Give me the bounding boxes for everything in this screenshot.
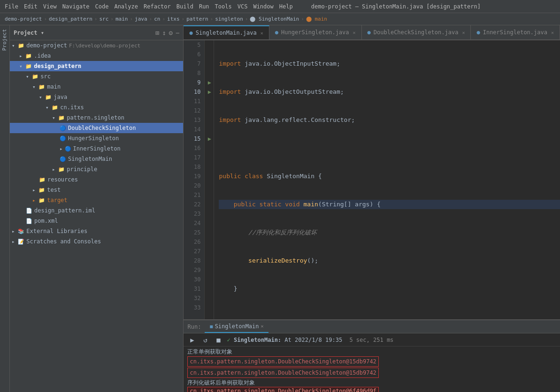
run-status-name: SingletonMain: bbox=[234, 337, 281, 343]
code-line-9: public class SingletonMain { bbox=[219, 172, 560, 181]
run-toolbar: ▶ ↺ ■ ✓ SingletonMain: At 2022/1/8 19:35… bbox=[184, 333, 560, 347]
breadcrumb-main[interactable]: main bbox=[115, 16, 128, 22]
tab-label: DoubleCheckSingleton.java bbox=[374, 29, 459, 36]
code-editor[interactable]: 5 6 7 8 9 10 11 12 13 14 15 16 17 18 19 … bbox=[184, 40, 560, 319]
run-rerun-button[interactable]: ↺ bbox=[200, 336, 210, 344]
close-panel-icon[interactable]: − bbox=[176, 29, 179, 37]
code-content[interactable]: import java.io.ObjectInputStream; import… bbox=[214, 40, 560, 319]
run-status-duration: 5 sec, 251 ms bbox=[349, 337, 393, 343]
run-status-description: At 2022/1/8 19:35 bbox=[284, 337, 342, 343]
breadcrumb-design-pattern[interactable]: design_pattern bbox=[49, 16, 92, 22]
tab-label: InnerSingleton.java bbox=[483, 29, 547, 36]
menu-code[interactable]: Code bbox=[95, 3, 109, 10]
folder-icon: ▾ 📁 bbox=[12, 43, 24, 49]
sidebar-project-label[interactable]: Project bbox=[0, 25, 8, 54]
tab-close-hunger[interactable]: ✕ bbox=[353, 30, 356, 35]
tree-item-java[interactable]: ▾ 📁 java bbox=[10, 92, 184, 102]
tree-item-inner-singleton[interactable]: ▸ 🔵 InnerSingleton bbox=[10, 143, 184, 154]
output-line-2: cn.itxs.pattern.singleton.DoubleCheckSin… bbox=[187, 356, 556, 367]
tree-item-cn-itxs[interactable]: ▾ 📁 cn.itxs bbox=[10, 102, 184, 113]
run-tab-close[interactable]: ✕ bbox=[261, 324, 264, 329]
tree-item-target[interactable]: ▸ 📁 target bbox=[10, 195, 184, 205]
code-line-14 bbox=[219, 312, 560, 319]
tree-item-demo-project[interactable]: ▾ 📁 demo-project F:\develop\demo-project bbox=[10, 40, 184, 51]
breadcrumb-pattern[interactable]: pattern bbox=[186, 16, 208, 22]
breadcrumb-java[interactable]: java bbox=[135, 16, 147, 22]
tree-item-hunger-singleton[interactable]: 🔵 HungerSingleton bbox=[10, 133, 184, 143]
menu-bar[interactable]: File Edit View Navigate Code Analyze Ref… bbox=[5, 3, 293, 10]
menu-run[interactable]: Run bbox=[199, 3, 209, 10]
tree-item-main[interactable]: ▾ 📁 main bbox=[10, 82, 184, 92]
code-line-7: import java.lang.reflect.Constructor; bbox=[219, 115, 560, 125]
menu-help[interactable]: Help bbox=[279, 3, 293, 10]
run-stop-button[interactable]: ■ bbox=[214, 336, 223, 344]
code-line-11: //序列化和反序列化破坏 bbox=[219, 228, 560, 237]
tree-item-double-check-singleton[interactable]: 🔵 DoubleCheckSingleton bbox=[10, 123, 184, 133]
code-line-6: import java.io.ObjectOutputStream; bbox=[219, 87, 560, 97]
menu-navigate[interactable]: Navigate bbox=[62, 3, 90, 10]
collapse-all-icon[interactable]: ⊞ bbox=[155, 29, 159, 37]
menu-window[interactable]: Window bbox=[253, 3, 273, 10]
run-status: ✓ SingletonMain: At 2022/1/8 19:35 5 sec… bbox=[227, 337, 393, 343]
tree-item-external-libraries[interactable]: ▸ 📚 External Libraries bbox=[10, 226, 184, 236]
tree-item-idea[interactable]: ▸ 📁 .idea bbox=[10, 51, 184, 61]
window-title: demo-project – SingletonMain.java [desig… bbox=[293, 3, 499, 10]
breadcrumb-src[interactable]: src bbox=[99, 16, 108, 22]
run-status-icon: ✓ bbox=[227, 337, 230, 343]
menu-build[interactable]: Build bbox=[176, 3, 193, 10]
code-line-10: public static void main(String[] args) { bbox=[219, 200, 560, 209]
run-tab-label: SingletonMain bbox=[215, 323, 259, 330]
breadcrumb-itxs[interactable]: itxs bbox=[167, 16, 180, 22]
run-panel: Run: ◼ SingletonMain ✕ ▶ ↺ ■ ✓ Singleton… bbox=[184, 319, 560, 392]
gutter: ▶ ▶ ▶ bbox=[205, 40, 214, 319]
output-line-4: 序列化破坏后单例获取对象 bbox=[187, 378, 556, 387]
tab-icon: ● bbox=[476, 29, 480, 36]
tree-item-design-pattern[interactable]: ▾ 📁 design_pattern bbox=[10, 61, 184, 71]
project-toolbar-icons: ⊞ ↕ ⚙ − bbox=[155, 29, 180, 37]
run-play-button[interactable]: ▶ bbox=[187, 336, 197, 344]
breadcrumb-singleton[interactable]: singleton bbox=[215, 16, 243, 22]
menu-tools[interactable]: Tools bbox=[215, 3, 232, 10]
breadcrumb-demo-project[interactable]: demo-project bbox=[5, 16, 42, 22]
menu-refactor[interactable]: Refactor bbox=[144, 3, 171, 10]
code-line-12: serializeDestroy(); bbox=[219, 256, 560, 265]
tab-icon: ● bbox=[275, 29, 278, 36]
menu-view[interactable]: View bbox=[43, 3, 57, 10]
breadcrumb-cn[interactable]: cn bbox=[154, 16, 160, 22]
tab-close-double-check[interactable]: ✕ bbox=[462, 30, 465, 35]
sync-icon[interactable]: ↕ bbox=[162, 29, 166, 37]
menu-analyze[interactable]: Analyze bbox=[114, 3, 138, 10]
title-bar: File Edit View Navigate Code Analyze Ref… bbox=[0, 0, 560, 13]
tab-singleton-main[interactable]: ● SingletonMain.java ✕ bbox=[184, 25, 269, 39]
vertical-sidebar: Project bbox=[0, 25, 10, 392]
tab-close-inner[interactable]: ✕ bbox=[551, 30, 554, 35]
tab-inner-singleton[interactable]: ● InnerSingleton.java ✕ bbox=[471, 25, 560, 39]
tree-item-src[interactable]: ▾ 📁 src bbox=[10, 71, 184, 82]
tab-close-singleton-main[interactable]: ✕ bbox=[261, 30, 263, 36]
tree-item-resources[interactable]: 📁 resources bbox=[10, 174, 184, 185]
tree-item-pattern-singleton[interactable]: ▾ 📁 pattern.singleton bbox=[10, 113, 184, 123]
tree-item-design-pattern-iml[interactable]: 📄 design_pattern.iml bbox=[10, 205, 184, 216]
tree-item-pom-xml[interactable]: 📄 pom.xml bbox=[10, 216, 184, 226]
menu-file[interactable]: File bbox=[5, 3, 18, 10]
tree-item-test[interactable]: ▸ 📁 test bbox=[10, 185, 184, 195]
menu-edit[interactable]: Edit bbox=[24, 3, 38, 10]
run-tabs: Run: ◼ SingletonMain ✕ bbox=[184, 320, 560, 333]
breadcrumb-singletonmain[interactable]: ⬤ SingletonMain bbox=[250, 16, 299, 22]
editor-area: ● SingletonMain.java ✕ ● HungerSingleton… bbox=[184, 25, 560, 392]
tree-item-scratches-consoles[interactable]: ▸ 📝 Scratches and Consoles bbox=[10, 236, 184, 247]
code-line-13: } bbox=[219, 284, 560, 294]
main-layout: Project Project ▾ ⊞ ↕ ⚙ − ▾ 📁 demo-proje… bbox=[0, 25, 560, 392]
run-tab-singleton-main[interactable]: ◼ SingletonMain ✕ bbox=[205, 321, 268, 333]
run-output: 正常单例获取对象 cn.itxs.pattern.singleton.Doubl… bbox=[184, 347, 560, 392]
tree-item-singleton-main[interactable]: 🔵 SingletonMain bbox=[10, 154, 184, 164]
tab-double-check-singleton[interactable]: ● DoubleCheckSingleton.java ✕ bbox=[362, 25, 471, 39]
run-tab-icon: ◼ bbox=[209, 323, 213, 330]
settings-icon[interactable]: ⚙ bbox=[169, 29, 173, 37]
tab-hunger-singleton[interactable]: ● HungerSingleton.java ✕ bbox=[269, 25, 362, 39]
menu-vcs[interactable]: VCS bbox=[238, 3, 248, 10]
tree-item-principle[interactable]: ▸ 📁 principle bbox=[10, 164, 184, 174]
breadcrumb-main-method[interactable]: ⬤ main bbox=[306, 16, 327, 22]
project-toolbar: Project ▾ ⊞ ↕ ⚙ − bbox=[10, 25, 184, 40]
tab-icon: ● bbox=[189, 30, 192, 36]
